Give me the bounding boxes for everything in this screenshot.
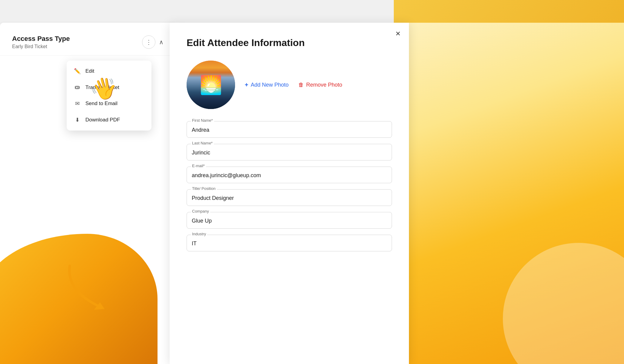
- email-icon: ✉: [74, 100, 81, 107]
- right-decorative-background: [409, 0, 624, 364]
- close-button[interactable]: ×: [396, 29, 400, 38]
- pencil-icon: ✏️: [74, 68, 81, 74]
- modal-title: Edit Attendee Information: [187, 37, 392, 48]
- title-label: Title/ Position: [191, 186, 217, 191]
- ticket-name: Early Bird Ticket: [12, 44, 70, 49]
- title-input[interactable]: [187, 189, 392, 206]
- access-pass-type-label: Access Pass Type: [12, 35, 70, 43]
- header-controls: ⋮ ∧: [142, 35, 164, 49]
- avatar: [187, 61, 235, 109]
- company-input[interactable]: [187, 212, 392, 229]
- avatar-image: [187, 61, 235, 109]
- access-pass-info: Access Pass Type Early Bird Ticket: [12, 35, 70, 49]
- title-field: Title/ Position: [187, 189, 392, 206]
- company-field: Company: [187, 212, 392, 229]
- photo-section: + Add New Photo 🗑 Remove Photo: [187, 61, 392, 109]
- email-input[interactable]: [187, 167, 392, 183]
- industry-input[interactable]: [187, 235, 392, 251]
- first-name-label: First Name*: [191, 118, 214, 123]
- first-name-input[interactable]: [187, 121, 392, 138]
- trash-icon: 🗑: [298, 82, 304, 88]
- last-name-input[interactable]: [187, 144, 392, 160]
- photo-actions: + Add New Photo 🗑 Remove Photo: [245, 81, 342, 88]
- download-pdf-label: Download PDF: [85, 117, 120, 123]
- edit-label: Edit: [85, 68, 94, 74]
- chevron-up-icon[interactable]: ∧: [159, 38, 164, 46]
- orange-arrow-decoration: [61, 260, 121, 316]
- plus-icon: +: [245, 81, 248, 88]
- first-name-field: First Name*: [187, 121, 392, 138]
- remove-photo-label: Remove Photo: [306, 82, 342, 88]
- industry-label: Industry: [191, 232, 207, 236]
- company-label: Company: [191, 209, 210, 213]
- top-yellow-band: [394, 0, 624, 23]
- more-options-button[interactable]: ⋮: [142, 35, 155, 49]
- edit-attendee-modal: × Edit Attendee Information + Add New Ph…: [170, 23, 409, 364]
- left-panel-header: Access Pass Type Early Bird Ticket ⋮ ∧: [0, 23, 176, 56]
- last-name-label: Last Name*: [191, 141, 214, 145]
- modal-content: Edit Attendee Information + Add New Phot…: [170, 23, 409, 272]
- email-label: E-mail*: [191, 164, 206, 168]
- add-photo-label: Add New Photo: [251, 82, 289, 88]
- email-field: E-mail*: [187, 167, 392, 183]
- last-name-field: Last Name*: [187, 144, 392, 160]
- industry-field: Industry: [187, 235, 392, 251]
- dropdown-item-download-pdf[interactable]: ⬇ Download PDF: [67, 112, 151, 128]
- ticket-icon: 🎟: [74, 84, 81, 91]
- remove-photo-button[interactable]: 🗑 Remove Photo: [298, 82, 342, 88]
- add-photo-button[interactable]: + Add New Photo: [245, 81, 289, 88]
- download-icon: ⬇: [74, 117, 81, 123]
